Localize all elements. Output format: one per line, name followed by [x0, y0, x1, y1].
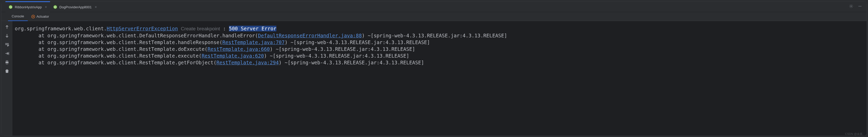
source-link[interactable]: RestTemplate.java:707: [222, 39, 285, 45]
stack-suffix: ) ~[spring-web-4.3.13.RELEASE.jar:4.3.13…: [279, 60, 424, 65]
close-icon[interactable]: ×: [95, 5, 97, 9]
stack-suffix: ) ~[spring-web-4.3.13.RELEASE.jar:4.3.13…: [270, 46, 415, 52]
scroll-down-icon[interactable]: [5, 33, 9, 38]
run-tool-window: RibbonHystrixApp × DogProviderApp8001 × …: [1, 1, 867, 136]
exception-class-link[interactable]: HttpServerErrorException: [107, 26, 178, 31]
run-tab-label: DogProviderApp8001: [59, 5, 92, 9]
run-tabs-bar: RibbonHystrixApp × DogProviderApp8001 ×: [1, 1, 867, 12]
source-link[interactable]: RestTemplate.java:660: [208, 46, 270, 52]
stack-text: at org.springframework.web.client.RestTe…: [15, 46, 208, 52]
tab-actions: [849, 4, 867, 9]
selected-error-text: 500 Server Error: [229, 26, 276, 31]
sub-tab-label: Console: [12, 14, 24, 18]
source-link[interactable]: RestTemplate.java:294: [216, 60, 279, 65]
gear-icon[interactable]: [849, 4, 853, 9]
stack-line: at org.springframework.web.client.RestTe…: [15, 59, 867, 66]
minimize-icon[interactable]: [858, 4, 862, 9]
exception-line: org.springframework.web.client.HttpServe…: [15, 25, 867, 32]
close-icon[interactable]: ×: [45, 5, 47, 9]
svg-point-4: [33, 16, 34, 17]
actuator-icon: [31, 15, 35, 19]
tab-console[interactable]: Console: [8, 12, 28, 21]
spring-boot-icon: [8, 5, 13, 9]
stack-line: at org.springframework.web.client.RestTe…: [15, 39, 867, 46]
tab-actuator[interactable]: Actuator: [28, 12, 53, 21]
scroll-up-icon[interactable]: [5, 25, 9, 29]
source-link[interactable]: DefaultResponseErrorHandler.java:88: [258, 33, 362, 38]
watermark-text: CSDN @余真.: [845, 132, 863, 136]
colon-text: :: [220, 26, 229, 31]
stack-line: at org.springframework.web.client.RestTe…: [15, 52, 867, 59]
stack-suffix: ) ~[spring-web-4.3.13.RELEASE.jar:4.3.13…: [264, 53, 409, 59]
exception-prefix: org.springframework.web.client.: [15, 26, 107, 31]
source-link[interactable]: RestTemplate.java:620: [202, 53, 264, 59]
print-icon[interactable]: [5, 60, 9, 64]
spring-boot-icon: [53, 5, 57, 9]
stack-line: at org.springframework.web.client.RestTe…: [15, 46, 867, 52]
create-breakpoint-hint[interactable]: Create breakpoint: [181, 26, 220, 31]
trash-icon[interactable]: [5, 69, 9, 74]
run-tab-dogproviderapp[interactable]: DogProviderApp8001 ×: [50, 1, 100, 12]
stack-text: at org.springframework.web.client.RestTe…: [15, 60, 216, 65]
console-main-row: org.springframework.web.client.HttpServe…: [1, 21, 867, 136]
stack-text: at org.springframework.web.client.RestTe…: [15, 39, 222, 45]
soft-wrap-icon[interactable]: [5, 42, 9, 47]
stack-text: at org.springframework.web.client.Defaul…: [15, 33, 258, 38]
svg-rect-6: [6, 60, 8, 62]
sub-tabs-bar: Console Actuator: [1, 12, 867, 21]
stack-suffix: ) ~[spring-web-4.3.13.RELEASE.jar:4.3.13…: [362, 33, 507, 38]
svg-rect-7: [6, 63, 8, 64]
stack-text: at org.springframework.web.client.RestTe…: [15, 53, 202, 59]
scroll-to-end-icon[interactable]: [5, 51, 9, 56]
console-gutter: [1, 21, 13, 136]
svg-point-2: [850, 6, 852, 7]
run-tab-ribbonhystrixapp[interactable]: RibbonHystrixApp ×: [5, 1, 50, 12]
run-tab-label: RibbonHystrixApp: [15, 5, 42, 9]
stack-suffix: ) ~[spring-web-4.3.13.RELEASE.jar:4.3.13…: [285, 39, 430, 45]
console-output[interactable]: org.springframework.web.client.HttpServe…: [13, 21, 867, 136]
stack-line: at org.springframework.web.client.Defaul…: [15, 32, 867, 39]
sub-tab-label: Actuator: [36, 15, 49, 19]
